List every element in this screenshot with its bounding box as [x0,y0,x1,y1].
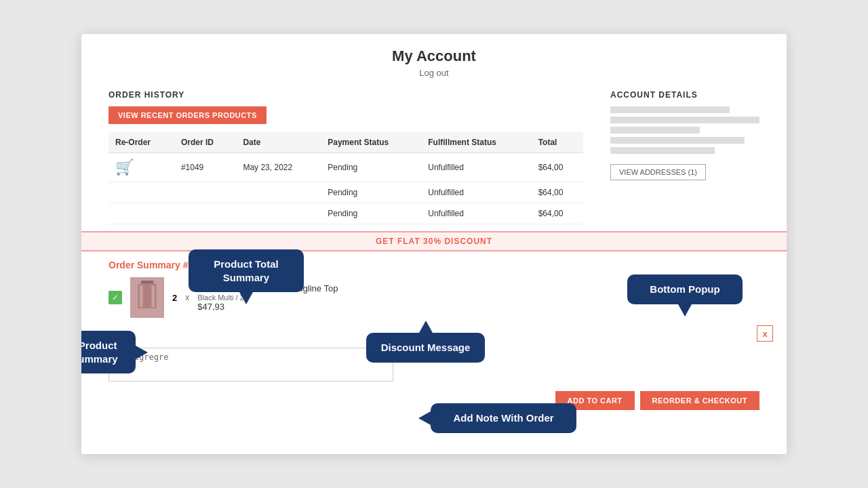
item-image [130,277,164,318]
cell-date [236,203,321,224]
cell-total: $64,00 [532,203,583,224]
logout-link[interactable]: Log out [81,68,787,78]
bubble-bottom-popup: Bottom Popup [627,274,743,304]
close-button[interactable]: x [757,325,773,342]
page-header: My Account Log out [81,34,787,83]
bubble-discount-message: Discount Message [366,333,485,363]
col-reorder: Re-Order [108,132,174,153]
cell-order-id [174,203,237,224]
svg-rect-2 [140,285,143,307]
cell-fulfillment-status: Unfulfilled [421,153,531,182]
cell-fulfillment-status: Unfulfilled [421,203,531,224]
main-content: ORDER HISTORY VIEW RECENT ORDERS PRODUCT… [81,83,787,231]
item-checkbox[interactable]: ✓ [108,291,122,304]
cell-payment-status: Pending [321,182,421,203]
svg-rect-0 [141,281,153,284]
col-payment-status: Payment Status [321,132,421,153]
discount-banner: GET FLAT 30% DISCOUNT [81,231,787,251]
svg-rect-3 [151,285,155,307]
view-addresses-button[interactable]: VIEW ADDRESSES (1) [610,164,706,180]
cell-reorder-icon [108,182,174,203]
col-total: Total [532,132,583,153]
cell-reorder-icon [108,203,174,224]
cell-order-id [174,182,237,203]
cell-payment-status: Pending [321,153,421,182]
table-row: 🛒 #1049 May 23, 2022 Pending Unfulfilled… [108,153,583,182]
cell-total: $64,00 [532,182,583,203]
view-recent-orders-button[interactable]: VIEW RECENT ORDERS PRODUCTS [108,106,267,124]
account-details: ACCOUNT DETAILS VIEW ADDRESSES (1) [610,90,760,224]
table-row: Pending Unfulfilled $64,00 [108,203,583,224]
order-history: ORDER HISTORY VIEW RECENT ORDERS PRODUCT… [108,90,583,224]
bubble-product-total-summary: Product Total Summary [189,249,304,292]
item-x: x [185,293,189,302]
account-info [610,106,760,154]
cell-payment-status: Pending [321,203,421,224]
col-date: Date [236,132,321,153]
order-history-title: ORDER HISTORY [108,90,583,100]
bubble-add-note-with-order: Add Note With Order [431,403,576,433]
cell-total: $64,00 [532,153,583,182]
note-textarea[interactable]: grgregregre [108,348,393,382]
cell-date [236,182,321,203]
table-row: Pending Unfulfilled $64,00 [108,182,583,203]
item-qty: 2 [172,293,177,303]
col-fulfillment-status: Fulfillment Status [421,132,531,153]
page-title: My Account [81,47,787,65]
cell-order-id: #1049 [174,153,237,182]
account-details-title: ACCOUNT DETAILS [610,90,760,100]
orders-table: Re-Order Order ID Date Payment Status Fu… [108,132,583,224]
cell-reorder-icon: 🛒 [108,153,174,182]
bubble-select-product-total-summary: Select Product Total Summary [81,331,136,373]
col-order-id: Order ID [174,132,237,153]
page-container: My Account Log out ORDER HISTORY VIEW RE… [81,34,787,454]
cell-date: May 23, 2022 [236,153,321,182]
reorder-checkout-button[interactable]: REORDER & CHECKOUT [640,391,760,410]
cell-fulfillment-status: Unfulfilled [421,182,531,203]
